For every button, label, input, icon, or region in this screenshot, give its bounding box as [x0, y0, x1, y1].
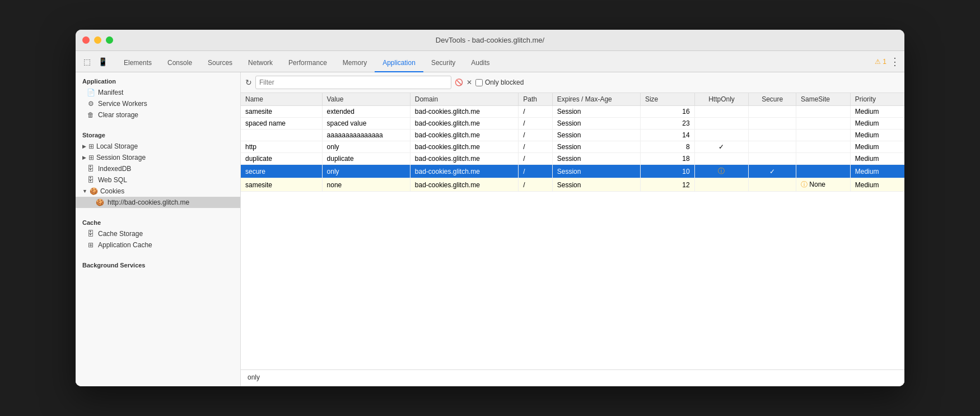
table-cell: / — [519, 165, 552, 178]
more-options-button[interactable]: ⋮ — [890, 56, 900, 68]
cookies-icon: 🍪 — [90, 187, 98, 195]
table-row[interactable]: spaced namespaced valuebad-cookies.glitc… — [241, 118, 904, 130]
col-header-secure: Secure — [749, 93, 796, 106]
table-cell: / — [519, 153, 552, 165]
filter-input[interactable] — [255, 76, 451, 89]
table-cell — [796, 141, 851, 153]
sidebar-divider-2 — [76, 208, 240, 214]
table-row[interactable]: secureonlybad-cookies.glitch.me/Session1… — [241, 165, 904, 178]
sidebar-group-session-storage[interactable]: ▶ ⊞ Session Storage — [76, 152, 240, 163]
sidebar-item-cookies-url[interactable]: 🍪 http://bad-cookies.glitch.me — [76, 197, 240, 208]
sidebar-label-web-sql: Web SQL — [98, 176, 127, 184]
table-cell: / — [519, 118, 552, 130]
sidebar-group-cookies[interactable]: ▼ 🍪 Cookies — [76, 186, 240, 197]
col-header-path: Path — [519, 93, 552, 106]
table-cell: spaced name — [241, 118, 322, 130]
table-cell — [749, 130, 796, 141]
tab-application[interactable]: Application — [375, 54, 423, 72]
cache-storage-icon: 🗄 — [87, 230, 95, 238]
local-storage-icon: ⊞ — [88, 142, 94, 150]
table-cell — [749, 153, 796, 165]
table-cell: ✓ — [694, 141, 749, 153]
tab-memory[interactable]: Memory — [335, 54, 375, 72]
sidebar-label-cache-storage: Cache Storage — [98, 230, 143, 238]
sidebar-item-application-cache[interactable]: ⊞ Application Cache — [76, 239, 240, 251]
table-row[interactable]: duplicateduplicatebad-cookies.glitch.me/… — [241, 153, 904, 165]
tab-audits[interactable]: Audits — [463, 54, 497, 72]
tab-network[interactable]: Network — [240, 54, 281, 72]
table-cell: Session — [552, 106, 640, 118]
clear-filter-button[interactable]: ✕ — [466, 78, 472, 86]
table-cell: samesite — [241, 178, 322, 192]
table-cell: bad-cookies.glitch.me — [410, 141, 518, 153]
cookies-table-container: Name Value Domain Path Expires / Max-Age… — [241, 93, 904, 369]
maximize-button[interactable] — [106, 36, 113, 44]
table-cell: Session — [552, 153, 640, 165]
warning-badge[interactable]: ⚠ 1 — [875, 58, 886, 66]
table-cell: / — [519, 141, 552, 153]
table-cell: ✓ — [749, 165, 796, 178]
gear-icon: ⚙ — [87, 100, 95, 108]
warning-count: 1 — [883, 58, 886, 66]
sidebar-item-service-workers[interactable]: ⚙ Service Workers — [76, 98, 240, 109]
application-cache-icon: ⊞ — [87, 241, 95, 249]
inspect-element-button[interactable]: ⬚ — [80, 55, 94, 68]
tab-performance[interactable]: Performance — [281, 54, 335, 72]
block-icon-button[interactable]: 🚫 — [455, 78, 463, 86]
table-cell — [694, 118, 749, 130]
sidebar-section-cache: Cache — [76, 214, 240, 228]
toolbar-icons: ⬚ 📱 — [80, 55, 109, 68]
tab-console[interactable]: Console — [160, 54, 200, 72]
cookies-arrow-icon: ▼ — [82, 188, 87, 194]
table-row[interactable]: aaaaaaaaaaaaaaabad-cookies.glitch.me/Ses… — [241, 130, 904, 141]
table-cell: none — [322, 178, 410, 192]
sidebar: Application 📄 Manifest ⚙ Service Workers… — [76, 72, 241, 386]
col-header-httponly: HttpOnly — [694, 93, 749, 106]
table-cell: Session — [552, 141, 640, 153]
table-cell: only — [322, 165, 410, 178]
table-cell: ⓘ — [694, 165, 749, 178]
table-cell — [796, 153, 851, 165]
col-header-samesite: SameSite — [796, 93, 851, 106]
refresh-button[interactable]: ↻ — [245, 78, 252, 87]
table-row[interactable]: samesitenonebad-cookies.glitch.me/Sessio… — [241, 178, 904, 192]
sidebar-item-cache-storage[interactable]: 🗄 Cache Storage — [76, 228, 240, 239]
table-row[interactable]: httponlybad-cookies.glitch.me/Session8✓M… — [241, 141, 904, 153]
table-cell: Session — [552, 130, 640, 141]
filter-bar: ↻ 🚫 ✕ Only blocked — [241, 72, 904, 93]
sidebar-section-background-services: Background Services — [76, 256, 240, 271]
table-cell — [694, 153, 749, 165]
table-cell: 23 — [640, 118, 694, 130]
col-header-size: Size — [640, 93, 694, 106]
cookies-table: Name Value Domain Path Expires / Max-Age… — [241, 93, 904, 192]
tab-sources[interactable]: Sources — [200, 54, 240, 72]
warning-icon: ⚠ — [875, 58, 881, 66]
table-cell: 16 — [640, 106, 694, 118]
table-cell: 12 — [640, 178, 694, 192]
toolbar-right: ⚠ 1 ⋮ — [875, 56, 900, 68]
minimize-button[interactable] — [94, 36, 101, 44]
only-blocked-checkbox[interactable] — [475, 79, 483, 86]
traffic-lights — [82, 36, 113, 44]
col-header-value: Value — [322, 93, 410, 106]
table-cell — [749, 178, 796, 192]
table-cell: 8 — [640, 141, 694, 153]
table-cell: Medium — [850, 118, 904, 130]
sidebar-item-clear-storage[interactable]: 🗑 Clear storage — [76, 109, 240, 121]
sidebar-divider-1 — [76, 121, 240, 126]
sidebar-item-web-sql[interactable]: 🗄 Web SQL — [76, 174, 240, 186]
table-cell: / — [519, 178, 552, 192]
close-button[interactable] — [82, 36, 90, 44]
tab-elements[interactable]: Elements — [116, 54, 160, 72]
tab-security[interactable]: Security — [423, 54, 463, 72]
table-cell: duplicate — [241, 153, 322, 165]
sidebar-item-manifest[interactable]: 📄 Manifest — [76, 87, 240, 98]
table-cell: bad-cookies.glitch.me — [410, 130, 518, 141]
device-toolbar-button[interactable]: 📱 — [96, 55, 109, 68]
table-row[interactable]: samesiteextendedbad-cookies.glitch.me/Se… — [241, 106, 904, 118]
sidebar-item-indexeddb[interactable]: 🗄 IndexedDB — [76, 163, 240, 174]
main-area: Application 📄 Manifest ⚙ Service Workers… — [76, 72, 904, 386]
sidebar-group-local-storage[interactable]: ▶ ⊞ Local Storage — [76, 141, 240, 152]
table-cell: ⓘ None — [796, 178, 851, 192]
table-cell: 14 — [640, 130, 694, 141]
